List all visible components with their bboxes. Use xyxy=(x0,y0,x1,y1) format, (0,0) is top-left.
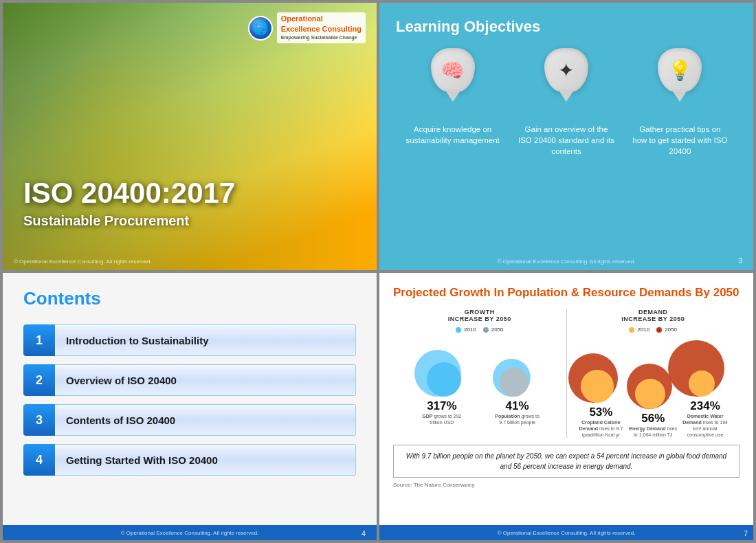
legend-label-2010-demand: 2010 xyxy=(637,326,649,333)
growth-charts-row: 317% GDP grows to 292 trillion USD 41% P… xyxy=(399,338,561,425)
content-label-1: Introduction to Sustainability xyxy=(55,324,356,356)
objectives-row: 🧠 Acquire knowledge on sustainability ma… xyxy=(396,48,737,157)
slide-2-copyright: © Operational Excellence Consulting. All… xyxy=(498,258,636,265)
water-2010-circle xyxy=(689,370,715,397)
content-item-2: 2 Overview of ISO 20400 xyxy=(23,364,356,396)
source-label: Source: The Nature Conservancy xyxy=(393,482,740,488)
demand-half: DEMANDINCREASE BY 2050 2010 2050 xyxy=(567,309,740,438)
energy-label: Energy Demand xyxy=(629,426,665,431)
crop-2010-circle xyxy=(581,370,614,403)
growth-header: GROWTHINCREASE BY 2050 xyxy=(399,309,561,322)
crop-bubble: 53% Cropland Calorie Demand rises to 9.7… xyxy=(575,344,627,438)
objective-3-pin-shape: 💡 xyxy=(658,48,702,92)
gdp-bubble: 317% GDP grows to 292 trillion USD xyxy=(414,338,469,425)
slide-3-copyright: © Operational Excellence Consulting. All… xyxy=(121,530,259,536)
growth-legend: 2010 2050 xyxy=(399,326,561,333)
objective-3-pin: 💡 xyxy=(655,48,704,109)
projected-growth-title: Projected Growth In Population & Resourc… xyxy=(393,285,740,300)
logo-sub1: Excellence Consulting xyxy=(281,25,362,33)
quote-box: With 9.7 billion people on the planet by… xyxy=(393,445,740,478)
slide-2-page: 3 xyxy=(738,256,742,265)
legend-2050-demand: 2050 xyxy=(656,326,677,333)
objective-1-label: Acquire knowledge on sustainability mana… xyxy=(405,124,501,146)
energy-stat: 56% Energy Demand rises to 1,004 million… xyxy=(627,412,679,438)
content-item-4: 4 Getting Started With ISO 20400 xyxy=(23,444,356,476)
energy-pct: 56% xyxy=(627,412,679,425)
legend-2010-growth: 2010 xyxy=(456,326,476,333)
gdp-subdesc: grows to 292 trillion USD xyxy=(430,414,461,425)
network-icon: ✦ xyxy=(558,59,574,82)
gdp-2050-circle xyxy=(427,362,461,397)
slide-1-subtitle: Sustainable Procurement xyxy=(23,213,356,229)
legend-label-2050-growth: 2050 xyxy=(491,326,504,333)
legend-dot-2050-growth xyxy=(483,327,489,333)
slide-4-page: 7 xyxy=(744,529,748,538)
content-item-3: 3 Contents of ISO 20400 xyxy=(23,404,356,436)
lightbulb-icon: 💡 xyxy=(668,59,692,82)
slide-2-learning-objectives: Learning Objectives 🧠 Acquire knowledge … xyxy=(379,3,753,270)
slide-1-copyright: © Operational Excellence Consulting. All… xyxy=(14,258,152,265)
content-num-2: 2 xyxy=(23,364,55,396)
objective-3-label: Gather practical tips on how to get star… xyxy=(632,124,728,157)
brain-icon: 🧠 xyxy=(441,59,465,82)
slide-3-footer: © Operational Excellence Consulting. All… xyxy=(3,525,377,540)
objective-1-pin: 🧠 xyxy=(428,48,478,109)
gdp-pct: 317% xyxy=(416,399,467,413)
pop-bubble: 41% Population grows to 9.7 billion peop… xyxy=(490,338,545,425)
logo-text: Operational Excellence Consulting Empowe… xyxy=(277,12,366,43)
slide-1-text-block: ISO 20400:2017 Sustainable Procurement xyxy=(23,177,356,229)
contents-list: 1 Introduction to Sustainability 2 Overv… xyxy=(23,324,356,476)
growth-title: GROWTHINCREASE BY 2050 xyxy=(399,309,561,322)
growth-half: GROWTHINCREASE BY 2050 2010 2050 xyxy=(393,309,567,438)
water-stat: 234% Domestic Water Demand rises to 194 … xyxy=(680,399,731,438)
slide-4-footer: © Operational Excellence Consulting. All… xyxy=(379,525,753,540)
logo-sub2: Empowering Sustainable Change xyxy=(281,35,357,40)
demand-charts-row: 53% Cropland Calorie Demand rises to 9.7… xyxy=(572,338,735,438)
content-num-1: 1 xyxy=(23,324,55,356)
objective-2-label: Gain an overview of the ISO 20400 standa… xyxy=(518,124,614,157)
pop-2050-circle xyxy=(500,368,529,397)
crop-pct: 53% xyxy=(575,406,627,419)
slide-1-main-title: ISO 20400:2017 xyxy=(23,177,356,209)
water-desc: Domestic Water Demand rises to 194 km³ a… xyxy=(680,413,731,438)
content-item-1: 1 Introduction to Sustainability xyxy=(23,324,356,356)
legend-dot-2010-demand xyxy=(629,327,634,333)
quote-text: With 9.7 billion people on the planet by… xyxy=(406,452,726,470)
water-circles xyxy=(680,338,730,397)
crop-circles xyxy=(577,344,625,403)
legend-label-2010-growth: 2010 xyxy=(464,326,476,333)
legend-2010-demand: 2010 xyxy=(629,326,649,333)
content-num-4: 4 xyxy=(23,444,55,476)
content-label-4: Getting Started With ISO 20400 xyxy=(55,444,356,476)
gdp-stat: 317% GDP grows to 292 trillion USD xyxy=(416,399,467,425)
objective-2-pin: ✦ xyxy=(542,48,591,109)
logo-area: 🌐 Operational Excellence Consulting Empo… xyxy=(248,12,366,43)
pop-desc: Population grows to 9.7 billion people xyxy=(491,413,543,425)
gdp-desc: GDP grows to 292 trillion USD xyxy=(416,413,467,425)
legend-2050-growth: 2050 xyxy=(483,326,504,333)
gdp-circles xyxy=(414,338,469,397)
gdp-label: GDP xyxy=(422,414,432,419)
water-pct: 234% xyxy=(680,399,731,413)
energy-desc: Energy Demand rises to 1,004 million TJ xyxy=(627,425,679,438)
objective-2: ✦ Gain an overview of the ISO 20400 stan… xyxy=(518,48,614,157)
pop-circles xyxy=(490,338,545,397)
water-bubble: 234% Domestic Water Demand rises to 194 … xyxy=(680,338,731,438)
slide-1-title-panel: 🌐 Operational Excellence Consulting Empo… xyxy=(3,3,377,270)
logo-brand: Operational xyxy=(281,14,323,23)
crop-stat: 53% Cropland Calorie Demand rises to 9.7… xyxy=(575,406,627,438)
objective-1: 🧠 Acquire knowledge on sustainability ma… xyxy=(405,48,501,146)
content-label-3: Contents of ISO 20400 xyxy=(55,404,356,436)
legend-label-2050-demand: 2050 xyxy=(665,326,677,333)
legend-dot-2050-demand xyxy=(656,327,662,333)
objective-2-pin-shape: ✦ xyxy=(544,48,588,92)
demand-legend: 2010 2050 xyxy=(572,326,735,333)
globe-icon: 🌐 xyxy=(248,16,273,41)
slide-4-projected-growth: Projected Growth In Population & Resourc… xyxy=(379,273,753,540)
crop-desc: Cropland Calorie Demand rises to 9.7 qua… xyxy=(575,419,627,438)
objective-1-pin-shape: 🧠 xyxy=(431,48,475,92)
objective-3: 💡 Gather practical tips on how to get st… xyxy=(632,48,728,157)
slide-3-contents: Contents 1 Introduction to Sustainabilit… xyxy=(3,273,377,540)
demand-header: DEMANDINCREASE BY 2050 xyxy=(572,309,735,322)
learning-objectives-title: Learning Objectives xyxy=(396,18,737,36)
